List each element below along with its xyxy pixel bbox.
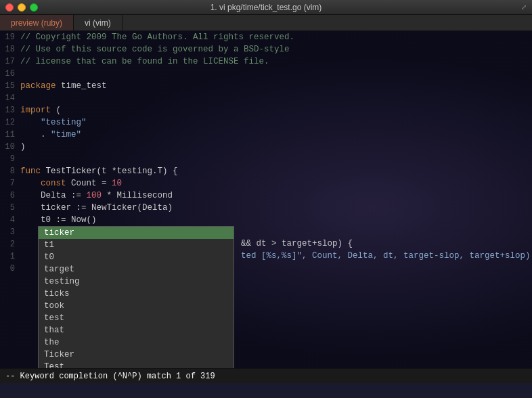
status-bar: -- Keyword completion (^N^P) match 1 of …	[0, 368, 532, 383]
ac-item-test[interactable]: test	[39, 312, 234, 324]
code-line-7: 7 const Count = 10	[0, 177, 532, 190]
code-line-11: 11 . "time"	[0, 129, 532, 141]
code-line-13: 13 import (	[0, 104, 532, 116]
continuation-line-7: ted [%s,%s]", Count, Delta, dt, target-s…	[241, 250, 531, 261]
continuation-line-6: && dt > target+slop) {	[241, 238, 353, 248]
status-prefix: -- Keyword completion (^N^P) match 1	[5, 372, 185, 381]
code-line-6: 6 Delta := 100 * Millisecond	[0, 190, 532, 202]
code-line-15: 15 package time_test	[0, 80, 532, 92]
code-line-16: 16	[0, 68, 532, 80]
minimize-button[interactable]	[18, 3, 26, 12]
ac-item-the[interactable]: the	[39, 336, 234, 349]
ac-item-t0[interactable]: t0	[39, 251, 234, 263]
tab-vim[interactable]: vi (vim)	[74, 15, 123, 30]
ac-item-target[interactable]: target	[39, 263, 234, 275]
code-line-18: 18 // Use of this source code is governe…	[0, 43, 532, 56]
editor[interactable]: 19 // Copyright 2009 The Go Authors. All…	[0, 31, 532, 383]
ac-item-took[interactable]: took	[39, 300, 234, 312]
code-line-8: 8 func TestTicker(t *testing.T) {	[0, 165, 532, 177]
resize-icon[interactable]: ⤢	[521, 3, 527, 12]
code-line-19: 19 // Copyright 2009 The Go Authors. All…	[0, 31, 532, 43]
close-button[interactable]	[5, 3, 14, 12]
window-title: 1. vi pkg/time/tick_test.go (vim)	[210, 3, 322, 12]
code-line-14: 14	[0, 92, 532, 104]
code-line-10: 10 )	[0, 141, 532, 153]
code-line-12: 12 "testing"	[0, 116, 532, 129]
code-line-17: 17 // license that can be found in the L…	[0, 56, 532, 68]
ac-item-that[interactable]: that	[39, 324, 234, 336]
status-text: -- Keyword completion (^N^P) match 1 of …	[5, 372, 215, 381]
traffic-lights	[5, 3, 38, 12]
ac-item-ticks[interactable]: ticks	[39, 288, 234, 300]
title-bar: 1. vi pkg/time/tick_test.go (vim) ⤢	[0, 0, 532, 15]
tabs: preview (ruby) vi (vim)	[0, 15, 532, 31]
ac-item-testing[interactable]: testing	[39, 275, 234, 288]
code-line-5: 5 ticker := NewTicker(Delta)	[0, 202, 532, 214]
ac-item-ticker[interactable]: ticker	[39, 227, 234, 239]
ac-item-t1[interactable]: t1	[39, 239, 234, 251]
tab-preview[interactable]: preview (ruby)	[0, 15, 74, 30]
code-line-4: 4 t0 := Now()	[0, 214, 532, 226]
code-line-9: 9	[0, 153, 532, 165]
code-area: 19 // Copyright 2009 The Go Authors. All…	[0, 31, 532, 275]
ac-item-Ticker[interactable]: Ticker	[39, 349, 234, 361]
autocomplete-dropdown[interactable]: ticker t1 t0 target testing ticks took t…	[38, 226, 234, 383]
status-match-count: of 319	[185, 372, 215, 381]
maximize-button[interactable]	[30, 3, 38, 12]
